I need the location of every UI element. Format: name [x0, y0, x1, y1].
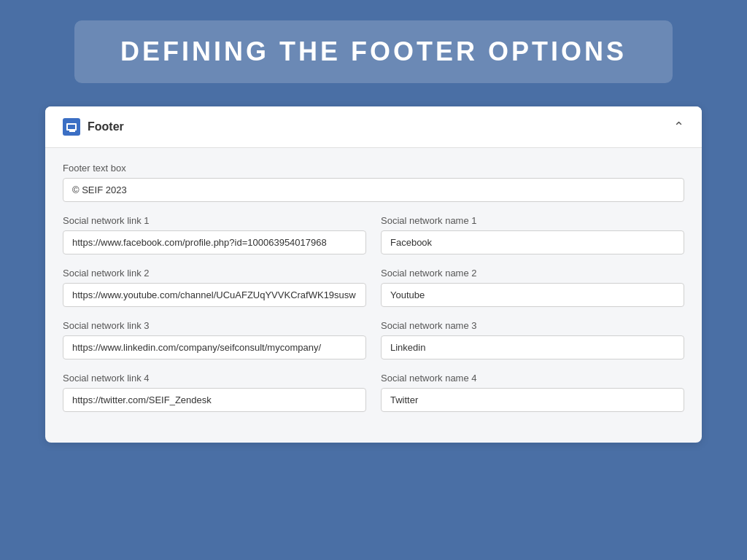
social-name-group-4: Social network name 4 [381, 373, 684, 412]
card-body: Footer text box Social network link 1 So… [45, 163, 702, 412]
social-network-rows: Social network link 1 Social network nam… [63, 215, 684, 412]
social-name-label-4: Social network name 4 [381, 373, 684, 384]
social-link-group-4: Social network link 4 [63, 373, 366, 412]
card-header-left: Footer [63, 118, 124, 136]
social-name-input-3[interactable] [381, 335, 684, 359]
page-title: DEFINING THE FOOTER OPTIONS [101, 36, 646, 67]
social-link-input-1[interactable] [63, 230, 366, 254]
footer-icon-inner [66, 123, 77, 131]
social-name-group-2: Social network name 2 [381, 268, 684, 307]
social-link-label-3: Social network link 3 [63, 320, 366, 331]
footer-text-input[interactable] [63, 178, 684, 202]
social-link-label-4: Social network link 4 [63, 373, 366, 384]
social-name-group-3: Social network name 3 [381, 320, 684, 359]
collapse-button[interactable]: ⌃ [673, 121, 684, 133]
footer-card: Footer ⌃ Footer text box Social network … [45, 106, 702, 443]
title-bar: DEFINING THE FOOTER OPTIONS [74, 20, 673, 83]
header-divider [45, 147, 702, 148]
social-network-row-4: Social network link 4 Social network nam… [63, 373, 684, 412]
footer-text-field-group: Footer text box [63, 163, 684, 202]
social-network-row-1: Social network link 1 Social network nam… [63, 215, 684, 254]
social-name-label-2: Social network name 2 [381, 268, 684, 279]
social-link-label-1: Social network link 1 [63, 215, 366, 226]
social-link-group-2: Social network link 2 [63, 268, 366, 307]
social-link-input-2[interactable] [63, 283, 366, 307]
social-network-row-3: Social network link 3 Social network nam… [63, 320, 684, 359]
social-name-input-2[interactable] [381, 283, 684, 307]
social-name-group-1: Social network name 1 [381, 215, 684, 254]
social-network-row-2: Social network link 2 Social network nam… [63, 268, 684, 307]
social-name-input-4[interactable] [381, 388, 684, 412]
social-name-label-3: Social network name 3 [381, 320, 684, 331]
social-link-input-3[interactable] [63, 335, 366, 359]
social-link-group-3: Social network link 3 [63, 320, 366, 359]
social-name-label-1: Social network name 1 [381, 215, 684, 226]
card-header: Footer ⌃ [45, 106, 702, 147]
social-name-input-1[interactable] [381, 230, 684, 254]
footer-card-icon [63, 118, 80, 136]
footer-text-label: Footer text box [63, 163, 684, 174]
social-link-input-4[interactable] [63, 388, 366, 412]
social-link-label-2: Social network link 2 [63, 268, 366, 279]
social-link-group-1: Social network link 1 [63, 215, 366, 254]
card-title: Footer [88, 120, 124, 133]
